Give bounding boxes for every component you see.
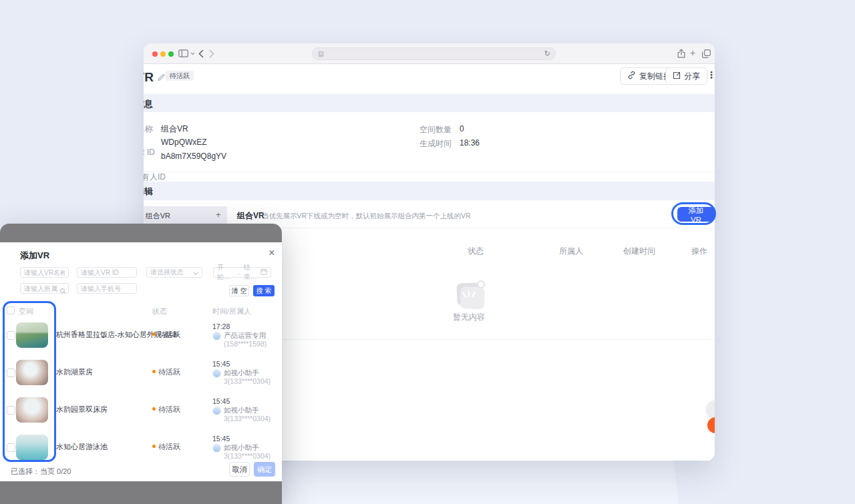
floating-widget-icon[interactable] — [707, 401, 715, 418]
arrow-right-icon: → — [233, 269, 244, 276]
traffic-light-zoom-button[interactable] — [168, 51, 174, 57]
info-label: 名称 — [144, 123, 153, 134]
info-label: 所有人ID — [144, 172, 166, 182]
new-tab-icon[interactable]: + — [690, 47, 695, 58]
info-value: 组合VR — [161, 123, 188, 135]
owner-name: 产品运营专用 — [224, 331, 266, 340]
owner-avatar — [212, 407, 221, 415]
group-name: 组合VR — [237, 210, 265, 222]
page-title: 组合VR — [144, 69, 154, 85]
owner-name: 如视小助手 — [224, 443, 259, 453]
vr-list-row[interactable]: 杭州香格里拉饭店-水知心居外观-副本 待活跃 17:28 产品运营专用 (158… — [0, 317, 282, 354]
address-bar[interactable]: ↻ — [312, 47, 556, 60]
traffic-light-minimize-button[interactable] — [160, 51, 166, 57]
info-value: bA8m7X59Q8gYV — [161, 152, 226, 161]
vr-name: 水知心居游泳池 — [56, 442, 108, 452]
empty-state: 暂无内容 — [436, 283, 502, 323]
info-value: WDpQWxEZ — [161, 138, 207, 147]
owner-phone: 3(133****0304) — [224, 377, 271, 385]
page-share-label: 分享 — [684, 71, 700, 82]
vr-status: 待活跃 — [158, 330, 180, 340]
status-dot — [152, 445, 156, 448]
col-space-label: 空间 — [19, 306, 33, 316]
link-icon — [627, 71, 636, 81]
search-icon — [59, 285, 66, 297]
date-range-picker[interactable]: 开始… → 结束… — [213, 267, 271, 278]
forward-button[interactable] — [209, 49, 214, 58]
add-tab-icon[interactable]: + — [216, 210, 221, 220]
chevron-down-icon[interactable] — [190, 52, 195, 55]
phone-input[interactable] — [77, 283, 137, 294]
vr-list-row[interactable]: 水知心居游泳池 待活跃 15:45 如视小助手 3(133****0304) — [0, 429, 282, 467]
info-section-title: 信息 — [144, 98, 153, 109]
row-checkbox[interactable] — [7, 406, 15, 415]
edit-section-title: 编辑 — [144, 186, 153, 196]
info-section-header: 信息 — [144, 94, 715, 112]
add-vr-modal: 添加VR × 请选择状态 开始… → 结束… — [0, 224, 282, 504]
site-icon — [318, 51, 324, 57]
vr-status: 待活跃 — [158, 367, 180, 377]
share-export-icon[interactable] — [677, 49, 685, 58]
reload-icon[interactable]: ↻ — [544, 49, 550, 58]
info-value: 18:36 — [460, 138, 480, 148]
owner-phone: 3(133****0304) — [224, 452, 271, 460]
vr-name: 水韵园景双床房 — [56, 405, 108, 415]
status-badge: 待活跃 — [166, 71, 194, 81]
select-all-checkbox[interactable] — [7, 306, 15, 314]
floating-feedback-icon[interactable] — [707, 417, 715, 433]
vr-id-input[interactable] — [77, 267, 137, 278]
calendar-icon — [261, 268, 267, 276]
row-checkbox[interactable] — [7, 331, 15, 340]
close-icon[interactable]: × — [269, 247, 275, 259]
search-button[interactable]: 搜 索 — [253, 285, 275, 296]
tab-combo-vr-label: 组合VR — [144, 211, 170, 220]
row-checkbox[interactable] — [7, 443, 15, 452]
vr-thumbnail — [16, 397, 48, 423]
share-icon — [673, 71, 681, 81]
empty-box-icon — [456, 282, 482, 306]
add-vr-modal-body: 添加VR × 请选择状态 开始… → 结束… — [0, 242, 282, 481]
vr-thumbnail — [16, 322, 48, 348]
col-status-label: 状态 — [152, 306, 167, 316]
info-value: 0 — [460, 124, 464, 134]
row-checkbox[interactable] — [7, 368, 15, 377]
group-hint: 当优先展示VR下线或为空时，默认初始展示组合内第一个上线的VR — [262, 212, 471, 221]
table-header-owner: 所属人 — [559, 246, 583, 257]
confirm-button[interactable]: 确定 — [254, 462, 275, 477]
vr-time: 15:45 — [212, 435, 230, 443]
edit-title-icon[interactable] — [157, 72, 165, 84]
vr-list-row[interactable]: 水韵湖景房 待活跃 15:45 如视小助手 3(133****0304) — [0, 354, 282, 392]
owner-avatar — [212, 369, 221, 378]
edit-section-header: 编辑 — [144, 182, 715, 200]
clear-button[interactable]: 清 空 — [229, 285, 249, 296]
add-vr-button[interactable]: 添加VR — [677, 207, 715, 222]
vr-time: 15:45 — [212, 397, 230, 405]
owner-phone: 3(133****0304) — [224, 415, 271, 423]
status-dot — [152, 407, 156, 411]
cancel-button[interactable]: 取消 — [229, 462, 250, 477]
page-share-button[interactable]: 分享 — [665, 67, 707, 85]
tab-combo-vr[interactable]: 组合VR + — [144, 206, 227, 224]
owner-name: 如视小助手 — [224, 368, 259, 378]
empty-text: 暂无内容 — [436, 312, 502, 323]
vr-list-row[interactable]: 水韵园景双床房 待活跃 15:45 如视小助手 3(133****0304) — [0, 392, 282, 429]
status-dot — [152, 370, 156, 373]
more-menu-icon[interactable]: ⋮ — [707, 69, 715, 80]
status-select[interactable]: 请选择状态 — [146, 267, 202, 278]
vr-status: 待活跃 — [158, 442, 180, 452]
traffic-light-close-button[interactable] — [152, 51, 158, 57]
selected-count-text: 已选择：当页 0/20 — [11, 467, 71, 477]
status-dot — [152, 332, 156, 336]
owner-avatar — [212, 332, 221, 340]
modal-title: 添加VR — [20, 250, 49, 262]
vr-status: 待活跃 — [158, 405, 180, 415]
vr-time: 15:45 — [212, 360, 230, 368]
vr-name-input[interactable] — [20, 267, 69, 278]
back-button[interactable] — [198, 49, 204, 58]
date-start: 开始… — [217, 263, 233, 282]
sidebar-icon[interactable] — [178, 49, 188, 57]
table-header-status: 状态 — [468, 246, 484, 257]
col-time-owner-label: 时间/所属人 — [212, 306, 251, 316]
tabs-overview-icon[interactable] — [702, 49, 711, 58]
owner-phone: (158****1598) — [224, 340, 267, 348]
